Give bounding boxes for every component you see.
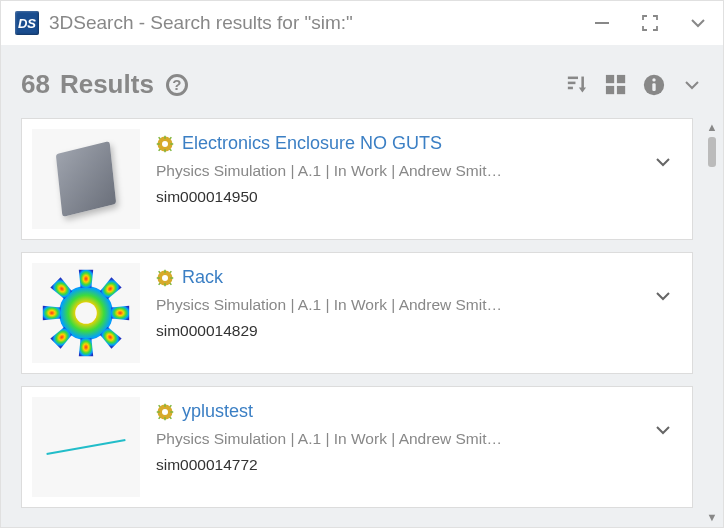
svg-point-22 [162, 141, 168, 147]
result-card[interactable]: yplustest Physics Simulation | A.1 | In … [21, 386, 693, 508]
svg-marker-24 [79, 270, 93, 288]
content-area: 68 Results ? [1, 45, 723, 527]
result-title[interactable]: yplustest [182, 401, 253, 422]
svg-rect-9 [617, 85, 625, 93]
svg-point-42 [162, 275, 168, 281]
header-expand-icon[interactable] [681, 74, 703, 96]
svg-rect-17 [170, 143, 173, 145]
result-title[interactable]: Electronics Enclosure NO GUTS [182, 133, 442, 154]
simulation-gear-icon [156, 269, 174, 287]
window-root: DS 3DSearch - Search results for "sim:" … [0, 0, 724, 528]
simulation-gear-icon [156, 403, 174, 421]
svg-rect-37 [170, 277, 173, 279]
results-count: 68 [21, 69, 50, 100]
svg-marker-5 [579, 87, 586, 92]
results-header: 68 Results ? [1, 61, 723, 118]
svg-rect-36 [157, 277, 160, 279]
results-label: Results [60, 69, 154, 100]
window-title: 3DSearch - Search results for "sim:" [49, 12, 581, 34]
svg-rect-44 [164, 403, 166, 406]
sort-icon[interactable] [567, 74, 589, 96]
result-expand-button[interactable] [648, 397, 678, 497]
svg-point-52 [162, 409, 168, 415]
result-title[interactable]: Rack [182, 267, 223, 288]
result-thumbnail [32, 263, 140, 363]
svg-rect-15 [164, 149, 166, 152]
results-body: Electronics Enclosure NO GUTS Physics Si… [1, 118, 723, 527]
result-thumbnail [32, 129, 140, 229]
svg-rect-4 [581, 76, 584, 88]
svg-rect-45 [164, 417, 166, 420]
svg-rect-1 [568, 76, 578, 79]
fullscreen-button[interactable] [639, 12, 661, 34]
help-icon[interactable]: ? [166, 74, 188, 96]
svg-rect-8 [606, 85, 614, 93]
scroll-up-arrow[interactable]: ▲ [707, 122, 718, 133]
result-id: sim000014950 [156, 188, 648, 206]
svg-rect-2 [568, 81, 576, 84]
svg-rect-14 [164, 135, 166, 138]
svg-rect-3 [568, 86, 573, 89]
result-meta: Physics Simulation | A.1 | In Work | And… [156, 296, 648, 314]
scroll-thumb[interactable] [708, 137, 716, 167]
header-actions [567, 74, 703, 96]
result-meta: Physics Simulation | A.1 | In Work | And… [156, 162, 648, 180]
slab-icon [56, 141, 116, 217]
result-thumbnail [32, 397, 140, 497]
svg-rect-47 [170, 411, 173, 413]
result-meta: Physics Simulation | A.1 | In Work | And… [156, 430, 648, 448]
result-expand-button[interactable] [648, 263, 678, 363]
simulation-gear-icon [156, 135, 174, 153]
svg-marker-26 [111, 306, 129, 320]
svg-rect-6 [606, 74, 614, 82]
result-id: sim000014829 [156, 322, 648, 340]
svg-rect-16 [157, 143, 160, 145]
titlebar: DS 3DSearch - Search results for "sim:" [1, 1, 723, 45]
result-expand-button[interactable] [648, 129, 678, 229]
svg-rect-35 [164, 283, 166, 286]
svg-marker-28 [79, 338, 93, 356]
app-logo: DS [15, 11, 39, 35]
svg-rect-46 [157, 411, 160, 413]
result-card[interactable]: Electronics Enclosure NO GUTS Physics Si… [21, 118, 693, 240]
scrollbar[interactable]: ▲ ▼ [705, 118, 719, 527]
line-icon [46, 439, 125, 455]
rainbow-gear-icon [41, 268, 131, 358]
result-id: sim000014772 [156, 456, 648, 474]
svg-point-32 [75, 302, 97, 324]
svg-rect-34 [164, 269, 166, 272]
results-list: Electronics Enclosure NO GUTS Physics Si… [21, 118, 707, 508]
svg-marker-30 [43, 306, 61, 320]
titlebar-actions [591, 12, 709, 34]
scroll-down-arrow[interactable]: ▼ [707, 512, 718, 523]
svg-rect-7 [617, 74, 625, 82]
info-icon[interactable] [643, 74, 665, 96]
result-card[interactable]: Rack Physics Simulation | A.1 | In Work … [21, 252, 693, 374]
minimize-button[interactable] [591, 12, 613, 34]
svg-point-11 [652, 78, 655, 81]
svg-rect-12 [652, 83, 655, 91]
view-grid-icon[interactable] [605, 74, 627, 96]
collapse-button[interactable] [687, 12, 709, 34]
